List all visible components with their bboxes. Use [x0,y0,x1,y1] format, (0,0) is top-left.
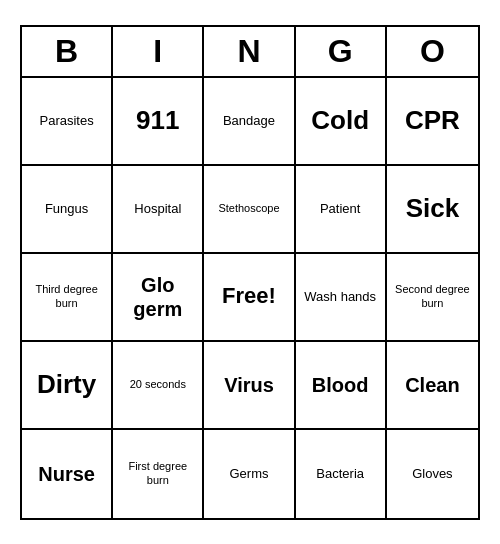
bingo-cell: Blood [296,342,387,430]
bingo-cell: Fungus [22,166,113,254]
bingo-card: BINGO Parasites911BandageColdCPRFungusHo… [20,25,480,520]
bingo-cell: Wash hands [296,254,387,342]
bingo-cell: Glo germ [113,254,204,342]
bingo-cell: 911 [113,78,204,166]
bingo-cell: Virus [204,342,295,430]
bingo-grid: Parasites911BandageColdCPRFungusHospital… [22,78,478,518]
bingo-cell: Dirty [22,342,113,430]
bingo-cell: Bacteria [296,430,387,518]
bingo-cell: Second degree burn [387,254,478,342]
bingo-header: BINGO [22,27,478,78]
bingo-cell: Patient [296,166,387,254]
header-letter: O [387,27,478,76]
bingo-cell: First degree burn [113,430,204,518]
header-letter: B [22,27,113,76]
bingo-cell: 20 seconds [113,342,204,430]
bingo-cell: Sick [387,166,478,254]
header-letter: N [204,27,295,76]
bingo-cell: Parasites [22,78,113,166]
bingo-cell: CPR [387,78,478,166]
header-letter: I [113,27,204,76]
bingo-cell: Stethoscope [204,166,295,254]
bingo-cell: Cold [296,78,387,166]
bingo-cell: Germs [204,430,295,518]
bingo-cell: Third degree burn [22,254,113,342]
bingo-cell: Gloves [387,430,478,518]
bingo-cell: Free! [204,254,295,342]
header-letter: G [296,27,387,76]
bingo-cell: Bandage [204,78,295,166]
bingo-cell: Nurse [22,430,113,518]
bingo-cell: Hospital [113,166,204,254]
bingo-cell: Clean [387,342,478,430]
